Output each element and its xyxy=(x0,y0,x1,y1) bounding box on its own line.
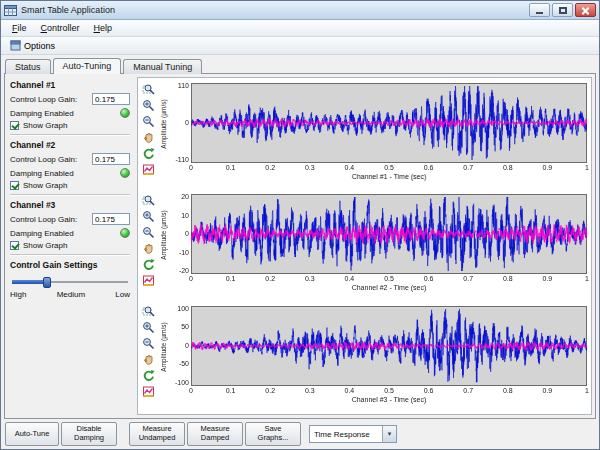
tab-auto-tuning[interactable]: Auto-Tuning xyxy=(53,58,122,74)
y-tick-label: 0 xyxy=(161,119,189,126)
zoom-out-icon[interactable] xyxy=(141,225,155,239)
plot-properties-icon[interactable] xyxy=(141,162,155,176)
pan-icon[interactable] xyxy=(141,130,155,144)
pan-icon[interactable] xyxy=(141,353,155,367)
chart-3-toolbar xyxy=(139,302,157,413)
gain-label: Control Loop Gain: xyxy=(10,155,77,164)
zoom-out-icon[interactable] xyxy=(141,114,155,128)
x-tick-label: 0.4 xyxy=(339,275,359,282)
measure-damped-button[interactable]: Measure Damped xyxy=(187,422,243,446)
channel-title: Channel #1 xyxy=(10,80,130,90)
options-label: Options xyxy=(24,41,55,51)
x-tick-label: 0.2 xyxy=(260,387,280,394)
maximize-icon xyxy=(559,7,567,14)
channel-3-section: Channel #3 Control Loop Gain: Damping En… xyxy=(10,200,130,250)
channel-1-waveform-canvas[interactable] xyxy=(191,83,587,163)
x-tick-label: 0.7 xyxy=(458,164,478,171)
app-icon xyxy=(4,4,17,17)
maximize-button[interactable] xyxy=(552,3,573,17)
x-tick-label: 0.6 xyxy=(419,164,439,171)
y-tick-label: -100 xyxy=(161,379,189,386)
pan-icon[interactable] xyxy=(141,241,155,255)
show-graph-checkbox-2[interactable] xyxy=(10,181,19,190)
disable-damping-button[interactable]: Disable Damping xyxy=(61,422,117,446)
application-window: Smart Table Application File Controller … xyxy=(0,0,600,450)
save-graphs-button[interactable]: Save Graphs... xyxy=(245,422,301,446)
damping-status-led xyxy=(120,228,130,238)
channel-title: Channel #2 xyxy=(10,140,130,150)
control-gain-settings-title: Control Gain Settings xyxy=(10,260,130,270)
control-gain-slider[interactable] xyxy=(12,276,128,288)
zoom-in-icon[interactable] xyxy=(141,321,155,335)
close-button[interactable] xyxy=(575,3,596,17)
zoom-region-icon[interactable] xyxy=(141,305,155,319)
y-tick-label: 100 xyxy=(161,305,189,312)
damping-status-led xyxy=(120,108,130,118)
slider-thumb[interactable] xyxy=(43,277,51,288)
slider-label-high: High xyxy=(10,290,26,299)
x-tick-label: 0.6 xyxy=(419,275,439,282)
x-tick-label: 0.5 xyxy=(379,164,399,171)
y-tick-label: -10 xyxy=(161,249,189,256)
x-axis-label: Channel #1 - Time (sec) xyxy=(191,173,587,180)
zoom-in-icon[interactable] xyxy=(141,98,155,112)
reset-icon[interactable] xyxy=(141,369,155,383)
gain-input-1[interactable] xyxy=(92,93,130,105)
damping-label: Damping Enabled xyxy=(10,229,74,238)
channel-1-section: Channel #1 Control Loop Gain: Damping En… xyxy=(10,80,130,130)
reset-icon[interactable] xyxy=(141,146,155,160)
options-icon xyxy=(10,40,21,51)
gain-input-3[interactable] xyxy=(92,213,130,225)
gain-label: Control Loop Gain: xyxy=(10,215,77,224)
x-tick-label: 0.8 xyxy=(498,387,518,394)
y-tick-label: 10 xyxy=(161,212,189,219)
x-tick-label: 0.1 xyxy=(221,275,241,282)
slider-labels: High Medium Low xyxy=(10,290,130,299)
chart-panel-3: Amplitude (µm/s) Channel #3 - Time (sec)… xyxy=(139,302,590,413)
y-tick-label: 110 xyxy=(161,82,189,89)
zoom-region-icon[interactable] xyxy=(141,82,155,96)
menu-file[interactable]: File xyxy=(5,21,34,35)
zoom-in-icon[interactable] xyxy=(141,209,155,223)
options-button[interactable]: Options xyxy=(6,38,62,53)
zoom-out-icon[interactable] xyxy=(141,337,155,351)
show-graph-checkbox-1[interactable] xyxy=(10,121,19,130)
channel-3-waveform-canvas[interactable] xyxy=(191,306,587,386)
menu-controller[interactable]: Controller xyxy=(34,21,87,35)
tab-manual-tuning[interactable]: Manual Tuning xyxy=(123,59,202,74)
x-tick-label: 0 xyxy=(181,275,201,282)
chart-3-body: Amplitude (µm/s) Channel #3 - Time (sec)… xyxy=(157,302,590,413)
x-tick-label: 0.2 xyxy=(260,164,280,171)
x-tick-label: 0.3 xyxy=(300,275,320,282)
chevron-down-icon[interactable]: ▼ xyxy=(382,426,396,442)
damping-status-led xyxy=(120,168,130,178)
x-tick-label: 0.5 xyxy=(379,387,399,394)
minimize-button[interactable] xyxy=(529,3,550,17)
channel-2-section: Channel #2 Control Loop Gain: Damping En… xyxy=(10,140,130,190)
measure-undamped-button[interactable]: Measure Undamped xyxy=(129,422,185,446)
x-tick-label: 0.1 xyxy=(221,164,241,171)
tab-status[interactable]: Status xyxy=(5,59,51,74)
x-tick-label: 0.9 xyxy=(537,164,557,171)
reset-icon[interactable] xyxy=(141,257,155,271)
plot-properties-icon[interactable] xyxy=(141,273,155,287)
response-type-dropdown[interactable]: Time Response ▼ xyxy=(309,425,397,443)
menu-help[interactable]: Help xyxy=(87,21,120,35)
channel-2-waveform-canvas[interactable] xyxy=(191,194,587,274)
gain-input-2[interactable] xyxy=(92,153,130,165)
menu-bar: File Controller Help xyxy=(1,20,599,37)
show-graph-label: Show Graph xyxy=(23,241,67,250)
separator xyxy=(10,254,130,256)
slider-fill xyxy=(12,280,47,284)
y-tick-label: 20 xyxy=(161,193,189,200)
auto-tuning-panel: Channel #1 Control Loop Gain: Damping En… xyxy=(4,73,596,419)
show-graph-checkbox-3[interactable] xyxy=(10,241,19,250)
auto-tune-button[interactable]: Auto-Tune xyxy=(5,422,59,446)
x-tick-label: 0.3 xyxy=(300,387,320,394)
plot-properties-icon[interactable] xyxy=(141,385,155,399)
y-tick-label: 0 xyxy=(161,230,189,237)
close-icon xyxy=(581,6,590,15)
zoom-region-icon[interactable] xyxy=(141,193,155,207)
separator xyxy=(10,194,130,196)
title-bar[interactable]: Smart Table Application xyxy=(1,1,599,20)
